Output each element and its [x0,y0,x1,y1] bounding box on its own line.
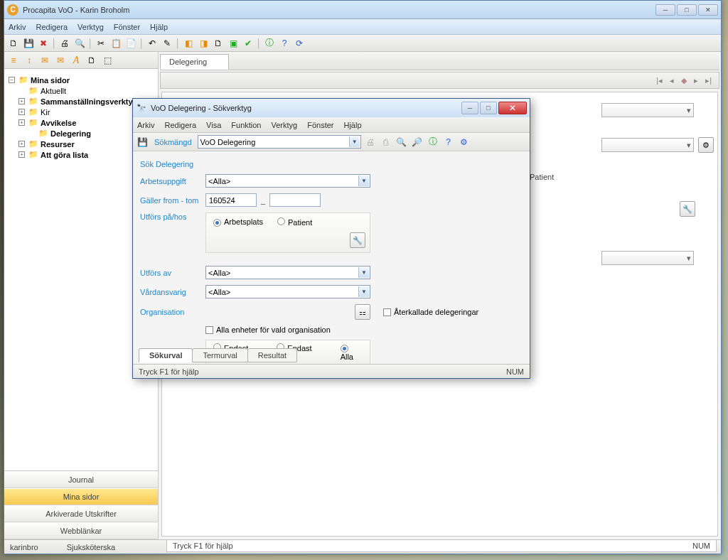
radio-icon [213,219,221,227]
maximize-button[interactable]: □ [677,4,697,16]
dlg-info-icon[interactable]: ⓘ [427,136,439,149]
dlg-filter-icon[interactable]: 🔎 [411,136,424,149]
nav-journal[interactable]: Journal [4,471,158,488]
alla-enheter-checkbox[interactable]: Alla enheter för vald organisation [205,325,331,334]
app-icon: C [7,4,18,16]
nav-mina-sidor[interactable]: Mina sidor [4,488,158,505]
next-icon[interactable]: ▸ [694,76,698,85]
collapse-icon[interactable]: − [9,77,15,83]
dlg-print-icon[interactable]: 🖨 [364,136,377,149]
close-button[interactable]: ✕ [698,4,718,16]
about-icon[interactable]: ⟳ [293,37,306,50]
tool3-icon[interactable]: 🗋 [212,37,225,50]
utfors-tool-button[interactable]: 🔧 [350,232,365,248]
cut-icon[interactable]: ✂ [95,37,107,50]
info-icon[interactable]: ⓘ [263,37,276,50]
dlg-search-icon[interactable]: 🔍 [395,136,408,149]
far-combo-1[interactable]: ▾ [601,103,694,117]
vardansvarig-combo[interactable]: <Alla>▼ [205,285,370,298]
dialog-minimize-button[interactable]: ─ [461,102,478,114]
dlg-menu-redigera[interactable]: Redigera [164,121,196,129]
menu-fonster[interactable]: Fönster [114,23,140,31]
tool2-icon[interactable]: ◨ [197,37,210,50]
organisation-label: Organisation [140,308,205,316]
side-icon1[interactable]: ≡ [7,54,20,67]
new-icon[interactable]: 🗋 [7,37,20,50]
undo-icon[interactable]: ↶ [146,37,159,50]
first-icon[interactable]: |◂ [656,76,663,85]
tree-root[interactable]: −📁Mina sidor [9,75,155,85]
tab-resultat[interactable]: Resultat [247,348,297,362]
expand-icon[interactable]: + [18,109,25,115]
dlg-menu-hjalp[interactable]: Hjälp [343,121,361,129]
dlg-export-icon[interactable]: ⎙ [380,136,392,149]
far-config-icon[interactable]: 🔧 [680,201,695,217]
tab-termurval[interactable]: Termurval [192,348,247,362]
main-titlebar[interactable]: C Procapita VoO - Karin Broholm ─ □ ✕ [4,1,721,19]
expand-icon[interactable]: + [18,98,25,104]
search-icon[interactable]: 🔍 [73,37,86,50]
expand-icon[interactable]: + [18,151,25,158]
nav-arkiverade[interactable]: Arkiverade Utskrifter [4,505,158,522]
delete-icon[interactable]: ✖ [37,37,50,50]
organisation-picker-button[interactable]: ⚏ [355,304,370,320]
tab-sokurval[interactable]: Sökurval [139,348,193,362]
side-icon5[interactable]: A [70,54,82,67]
utforsav-combo[interactable]: <Alla>▼ [205,266,370,279]
dlg-menu-funktion[interactable]: Funktion [231,121,261,129]
menu-redigera[interactable]: Redigera [36,23,68,31]
side-icon7[interactable]: ⬚ [101,54,114,67]
radio-alla[interactable]: Alla [341,343,363,361]
record-icon[interactable]: ◆ [681,76,687,85]
side-icon4[interactable]: ✉ [54,54,67,67]
dlg-gear-icon[interactable]: ⚙ [458,136,471,149]
expand-icon[interactable]: + [18,141,25,147]
tool5-icon[interactable]: ✔ [242,37,255,50]
tree-aktuellt[interactable]: 📁Aktuellt [18,85,155,96]
far-combo-3[interactable]: ▾ [601,251,694,265]
side-icon3[interactable]: ✉ [38,54,51,67]
save-icon[interactable]: 💾 [22,37,35,50]
side-icon6[interactable]: 🗋 [85,54,98,67]
dialog-titlebar[interactable]: 🔭 VoO Delegering - Sökverktyg ─ □ ✕ [133,99,530,117]
galler-from-input[interactable]: 160524 [205,193,257,207]
folder-icon: 📁 [28,150,38,159]
aterkallade-checkbox[interactable]: Återkallade delegeringar [383,308,478,316]
section-header: Sök Delegering [140,160,523,168]
prev-icon[interactable]: ◂ [670,76,674,85]
dlg-menu-verktyg[interactable]: Verktyg [272,121,298,129]
menu-verktyg[interactable]: Verktyg [77,23,104,31]
chevron-down-icon: ▼ [358,267,369,278]
status-help: Tryck F1 för hjälp [173,542,692,550]
radio-patient[interactable]: Patient [277,217,312,227]
side-icon2[interactable]: ↕ [23,54,36,67]
edit-icon[interactable]: ✎ [161,37,173,50]
dlg-menu-arkiv[interactable]: Arkiv [137,121,154,129]
help-icon[interactable]: ? [278,37,291,50]
dlg-menu-visa[interactable]: Visa [206,121,221,129]
arbetsuppgift-combo[interactable]: <Alla>▼ [205,174,370,188]
dialog-close-button[interactable]: ✕ [498,102,527,114]
nav-webblankar[interactable]: Webblänkar [4,522,158,539]
dialog-maximize-button[interactable]: □ [480,102,497,114]
copy-icon[interactable]: 📋 [109,37,122,50]
sokmangd-combo[interactable]: VoO Delegering▼ [198,135,361,149]
dlg-save-icon[interactable]: 💾 [136,136,149,149]
dlg-help-icon[interactable]: ? [442,136,455,149]
menu-hjalp[interactable]: Hjälp [150,23,168,31]
tool1-icon[interactable]: ◧ [182,37,195,50]
print-icon[interactable]: 🖨 [58,37,71,50]
dlg-menu-fonster[interactable]: Fönster [307,121,333,129]
galler-tom-input[interactable] [269,193,321,207]
tab-delegering[interactable]: Delegering [160,54,229,70]
minimize-button[interactable]: ─ [655,4,675,16]
expand-icon[interactable]: + [18,119,25,126]
far-combo-2[interactable]: ▾ [601,138,694,152]
paste-icon[interactable]: 📄 [124,37,137,50]
far-tool-icon[interactable]: ⚙ [698,137,714,153]
far-radio-patient[interactable]: Patient [516,173,714,181]
menu-arkiv[interactable]: Arkiv [9,23,26,31]
tool4-icon[interactable]: ▣ [227,37,240,50]
radio-arbetsplats[interactable]: Arbetsplats [213,217,263,227]
last-icon[interactable]: ▸| [705,76,712,85]
